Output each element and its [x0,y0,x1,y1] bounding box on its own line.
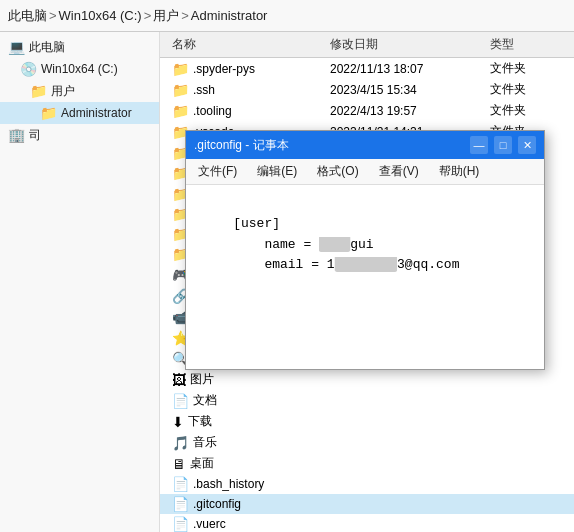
file-icon: ⬇ [172,414,184,430]
menu-view[interactable]: 查看(V) [371,161,427,182]
file-name: 文档 [193,392,217,409]
sidebar-item-users[interactable]: 📁 用户 [0,80,159,102]
close-button[interactable]: ✕ [518,136,536,154]
file-icon: 📁 [172,82,189,98]
file-row[interactable]: 📁.ssh 2023/4/15 15:34 文件夹 [160,79,574,100]
notepad-title: .gitconfig - 记事本 [194,137,289,154]
file-name: .tooling [193,104,232,118]
name-blurred: ████ [319,237,350,252]
menu-edit[interactable]: 编辑(E) [249,161,305,182]
file-icon: 📄 [172,516,189,532]
pc-icon: 💻 [8,39,25,55]
col-type[interactable]: 类型 [486,34,566,55]
file-row[interactable]: 🖥桌面 [160,453,574,474]
file-name: .ssh [193,83,215,97]
file-row[interactable]: 📄.bash_history [160,474,574,494]
sidebar-label-pc: 此电脑 [29,39,65,56]
company-icon: 🏢 [8,127,25,143]
file-name: .bash_history [193,477,264,491]
breadcrumb-part-1[interactable]: Win10x64 (C:) [59,8,142,23]
notepad-name-line: name = ████gui email = 1████████3@qq.com [202,237,459,273]
file-type: 文件夹 [486,80,566,99]
folder-icon-users: 📁 [30,83,47,99]
titlebar-controls: — □ ✕ [470,136,536,154]
notepad-content-area[interactable]: [user] name = ████gui email = 1████████3… [186,185,544,369]
file-row-gitconfig[interactable]: 📄.gitconfig [160,494,574,514]
breadcrumb-part-3[interactable]: Administrator [191,8,268,23]
file-name: 音乐 [193,434,217,451]
file-type: 文件夹 [486,59,566,78]
file-row[interactable]: 📄.vuerc [160,514,574,532]
file-type: 文件夹 [486,101,566,120]
file-icon: 🖼 [172,372,186,388]
minimize-button[interactable]: — [470,136,488,154]
sidebar-label-company: 司 [29,127,41,144]
breadcrumb-sep-2: > [181,8,189,23]
file-name: 图片 [190,371,214,388]
file-row[interactable]: 📄文档 [160,390,574,411]
file-list-header: 名称 修改日期 类型 [160,32,574,58]
file-row[interactable]: 🎵音乐 [160,432,574,453]
email-blurred: ████████ [335,257,397,272]
breadcrumb: 此电脑 > Win10x64 (C:) > 用户 > Administrator [8,7,267,25]
file-icon: 📄 [172,393,189,409]
file-modified: 2022/4/13 19:57 [326,103,486,119]
file-name: .vuerc [193,517,226,531]
drive-icon: 💿 [20,61,37,77]
file-modified: 2023/4/15 15:34 [326,82,486,98]
file-name: 下载 [188,413,212,430]
breadcrumb-sep-0: > [49,8,57,23]
sidebar-item-pc[interactable]: 💻 此电脑 [0,36,159,58]
menu-format[interactable]: 格式(O) [309,161,366,182]
notepad-section-user: [user] [233,216,280,231]
breadcrumb-sep-1: > [144,8,152,23]
file-icon: 📄 [172,496,189,512]
file-icon: 📁 [172,103,189,119]
sidebar-item-drive[interactable]: 💿 Win10x64 (C:) [0,58,159,80]
file-name: 桌面 [190,455,214,472]
file-modified: 2022/11/13 18:07 [326,61,486,77]
breadcrumb-part-2[interactable]: 用户 [153,7,179,25]
sidebar-item-company[interactable]: 🏢 司 [0,124,159,146]
file-icon: 📁 [172,61,189,77]
file-name: .spyder-pys [193,62,255,76]
col-modified[interactable]: 修改日期 [326,34,486,55]
sidebar-item-admin[interactable]: 📁 Administrator [0,102,159,124]
sidebar-label-drive: Win10x64 (C:) [41,62,118,76]
file-icon: 📄 [172,476,189,492]
notepad-window: .gitconfig - 记事本 — □ ✕ 文件(F) 编辑(E) 格式(O)… [185,130,545,370]
file-name: .gitconfig [193,497,241,511]
menu-file[interactable]: 文件(F) [190,161,245,182]
file-icon: 🖥 [172,456,186,472]
col-name[interactable]: 名称 [168,34,326,55]
maximize-button[interactable]: □ [494,136,512,154]
file-icon: 🎵 [172,435,189,451]
notepad-menubar: 文件(F) 编辑(E) 格式(O) 查看(V) 帮助(H) [186,159,544,185]
file-row[interactable]: 🖼图片 [160,369,574,390]
menu-help[interactable]: 帮助(H) [431,161,488,182]
sidebar-label-admin: Administrator [61,106,132,120]
file-row[interactable]: 📁.tooling 2022/4/13 19:57 文件夹 [160,100,574,121]
sidebar: 💻 此电脑 💿 Win10x64 (C:) 📁 用户 📁 Administrat… [0,32,160,532]
file-row[interactable]: 📁.spyder-pys 2022/11/13 18:07 文件夹 [160,58,574,79]
sidebar-label-users: 用户 [51,83,75,100]
file-row[interactable]: ⬇下载 [160,411,574,432]
breadcrumb-part-0[interactable]: 此电脑 [8,7,47,25]
folder-icon-admin: 📁 [40,105,57,121]
address-bar: 此电脑 > Win10x64 (C:) > 用户 > Administrator [0,0,574,32]
notepad-titlebar: .gitconfig - 记事本 — □ ✕ [186,131,544,159]
